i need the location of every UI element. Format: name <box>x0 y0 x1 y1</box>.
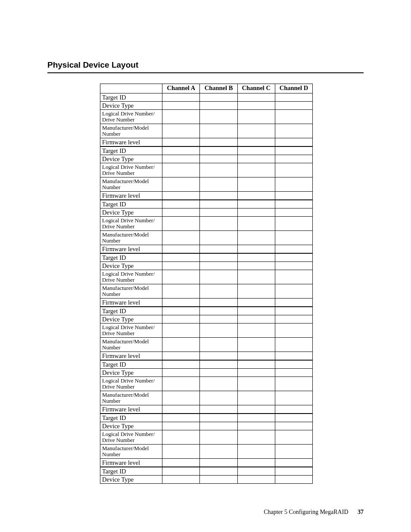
row-label: Manufacturer/Model Number <box>100 391 162 405</box>
cell <box>200 93 237 102</box>
table-row: Logical Drive Number/ Drive Number <box>100 324 313 338</box>
cell <box>237 360 275 369</box>
table-row: Target ID <box>100 200 313 208</box>
cell <box>275 262 312 270</box>
table-row: Manufacturer/Model Number <box>100 445 313 459</box>
cell <box>237 467 275 476</box>
cell <box>200 124 237 138</box>
cell <box>237 405 275 414</box>
row-label: Device Type <box>100 422 162 430</box>
cell <box>275 155 312 163</box>
table-row: Target ID <box>100 146 313 155</box>
cell <box>200 208 237 217</box>
row-label: Logical Drive Number/ Drive Number <box>100 110 162 124</box>
cell <box>162 324 200 338</box>
cell <box>162 391 200 405</box>
cell <box>162 476 200 484</box>
cell <box>200 307 237 315</box>
row-label: Manufacturer/Model Number <box>100 338 162 352</box>
section-heading: Physical Device Layout <box>47 60 364 70</box>
cell <box>162 177 200 192</box>
cell <box>162 299 200 307</box>
cell <box>275 476 312 484</box>
cell <box>162 459 200 467</box>
cell <box>200 405 237 414</box>
cell <box>200 270 237 284</box>
cell <box>237 124 275 138</box>
cell <box>275 163 312 177</box>
cell <box>200 430 237 445</box>
cell <box>162 208 200 217</box>
cell <box>200 459 237 467</box>
cell <box>200 163 237 177</box>
cell <box>237 422 275 430</box>
cell <box>275 467 312 476</box>
cell <box>237 299 275 307</box>
table-row: Manufacturer/Model Number <box>100 177 313 192</box>
cell <box>237 110 275 124</box>
cell <box>275 324 312 338</box>
row-label: Firmware level <box>100 405 162 414</box>
cell <box>275 124 312 138</box>
row-label: Firmware level <box>100 459 162 467</box>
cell <box>237 245 275 254</box>
table-row: Target ID <box>100 467 313 476</box>
cell <box>162 245 200 254</box>
row-label: Manufacturer/Model Number <box>100 124 162 138</box>
cell <box>200 217 237 231</box>
cell <box>237 177 275 192</box>
cell <box>275 270 312 284</box>
cell <box>237 163 275 177</box>
table-row: Device Type <box>100 155 313 163</box>
cell <box>200 192 237 200</box>
cell <box>275 352 312 361</box>
cell <box>275 102 312 110</box>
cell <box>275 377 312 391</box>
cell <box>275 307 312 315</box>
cell <box>275 459 312 467</box>
cell <box>162 138 200 147</box>
cell <box>237 253 275 262</box>
table-row: Device Type <box>100 315 313 324</box>
cell <box>162 124 200 138</box>
cell <box>275 245 312 254</box>
table-row: Firmware level <box>100 138 313 147</box>
row-label: Device Type <box>100 208 162 217</box>
table-row: Firmware level <box>100 245 313 254</box>
cell <box>275 369 312 377</box>
table-row: Firmware level <box>100 459 313 467</box>
footer-text: Chapter 5 Configuring MegaRAID <box>264 509 348 515</box>
row-label: Target ID <box>100 146 162 155</box>
cell <box>162 155 200 163</box>
cell <box>237 93 275 102</box>
cell <box>200 284 237 299</box>
table-row: Target ID <box>100 253 313 262</box>
cell <box>200 467 237 476</box>
cell <box>200 177 237 192</box>
cell <box>200 245 237 254</box>
cell <box>237 338 275 352</box>
cell <box>200 414 237 422</box>
cell <box>275 200 312 208</box>
table-row: Manufacturer/Model Number <box>100 124 313 138</box>
cell <box>162 307 200 315</box>
header-blank <box>100 84 162 93</box>
table-row: Device Type <box>100 208 313 217</box>
cell <box>200 324 237 338</box>
table-row: Device Type <box>100 476 313 484</box>
cell <box>200 338 237 352</box>
table-row: Device Type <box>100 369 313 377</box>
cell <box>162 430 200 445</box>
cell <box>200 445 237 459</box>
cell <box>200 155 237 163</box>
row-label: Logical Drive Number/ Drive Number <box>100 270 162 284</box>
cell <box>237 231 275 245</box>
row-label: Device Type <box>100 102 162 110</box>
row-label: Logical Drive Number/ Drive Number <box>100 324 162 338</box>
cell <box>200 422 237 430</box>
row-label: Target ID <box>100 414 162 422</box>
footer-page-number: 37 <box>358 509 364 515</box>
row-label: Logical Drive Number/ Drive Number <box>100 217 162 231</box>
cell <box>275 217 312 231</box>
cell <box>237 307 275 315</box>
